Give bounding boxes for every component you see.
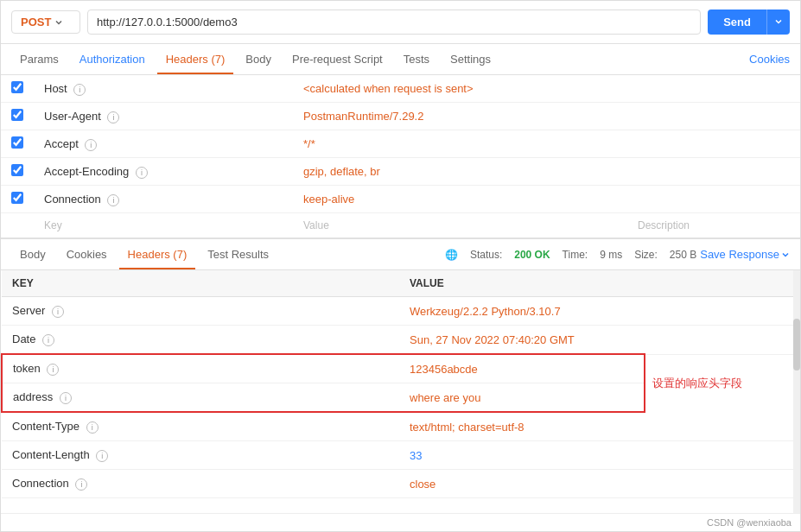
res-row-server: Server i Werkzeug/2.2.2 Python/3.10.7	[2, 297, 800, 326]
info-icon-content-type[interactable]: i	[86, 421, 99, 434]
info-icon-connection[interactable]: i	[107, 194, 119, 206]
response-section: KEY VALUE Server i Werkzeug/2.2.2 Python…	[1, 270, 800, 513]
tab-authorization[interactable]: Authorization	[71, 44, 154, 74]
info-icon-user-agent[interactable]: i	[107, 111, 119, 124]
res-tab-body[interactable]: Body	[11, 239, 54, 269]
send-button[interactable]: Send	[708, 10, 790, 35]
status-value: 200 OK	[514, 249, 550, 261]
tab-tests[interactable]: Tests	[395, 44, 438, 74]
header-checkbox-user-agent[interactable]	[11, 109, 23, 121]
res-row-content-length: Content-Length i 33	[2, 441, 800, 470]
req-header-row: Host i <calculated when request is sent>	[1, 75, 800, 103]
req-header-placeholder-row: Key Value Description	[1, 213, 800, 238]
chevron-down-icon	[54, 18, 63, 27]
request-tabs: Params Authorization Headers (7) Body Pr…	[1, 44, 800, 75]
header-checkbox-connection[interactable]	[11, 192, 23, 204]
info-icon-accept-encoding[interactable]: i	[136, 167, 148, 179]
url-bar: POST Send	[1, 1, 800, 44]
tab-params[interactable]: Params	[11, 44, 67, 74]
status-label: Status:	[470, 249, 502, 261]
tab-body[interactable]: Body	[237, 44, 280, 74]
col-key-header: KEY	[2, 270, 399, 297]
scrollbar-thumb[interactable]	[793, 319, 800, 370]
method-label: POST	[21, 16, 51, 28]
size-label: Size:	[634, 249, 658, 261]
info-icon-content-length[interactable]: i	[96, 450, 108, 462]
info-icon-connection-res[interactable]: i	[75, 478, 87, 491]
res-tab-headers[interactable]: Headers (7)	[119, 239, 196, 269]
col-annotation-header	[645, 270, 800, 297]
tab-headers[interactable]: Headers (7)	[157, 44, 234, 74]
url-input[interactable]	[87, 10, 701, 35]
req-header-row: Connection i keep-alive	[1, 186, 800, 213]
info-icon-address[interactable]: i	[60, 392, 72, 404]
tab-pre-request[interactable]: Pre-request Script	[283, 44, 391, 74]
col-value-header: VALUE	[399, 270, 645, 297]
res-tab-cookies[interactable]: Cookies	[58, 239, 116, 269]
response-status: 🌐 Status: 200 OK Time: 9 ms Size: 250 B	[445, 249, 696, 261]
info-icon-token[interactable]: i	[47, 364, 59, 376]
res-row-token: token i 123456abcde 设置的响应头字段	[2, 354, 800, 383]
save-response-label: Save Response	[700, 248, 779, 261]
info-icon-host[interactable]: i	[73, 84, 86, 96]
size-value: 250 B	[670, 249, 696, 261]
res-row-date: Date i Sun, 27 Nov 2022 07:40:20 GMT	[2, 326, 800, 355]
info-icon-accept[interactable]: i	[85, 139, 97, 151]
info-icon-server[interactable]: i	[52, 306, 64, 318]
tab-settings[interactable]: Settings	[442, 44, 499, 74]
scrollbar-track	[793, 270, 800, 513]
footer-watermark: CSDN @wenxiaoba	[1, 513, 800, 531]
header-checkbox-accept-encoding[interactable]	[11, 164, 23, 176]
request-headers-table: Host i <calculated when request is sent>…	[1, 75, 800, 238]
response-tabs-bar: Body Cookies Headers (7) Test Results 🌐 …	[1, 239, 800, 270]
chevron-down-icon-response	[781, 250, 790, 259]
res-table-header-row: KEY VALUE	[2, 270, 800, 297]
save-response-button[interactable]: Save Response	[700, 239, 790, 269]
globe-icon: 🌐	[445, 249, 458, 261]
send-label: Send	[708, 10, 766, 35]
method-select[interactable]: POST	[11, 10, 80, 34]
time-label: Time:	[563, 249, 588, 261]
res-row-connection: Connection i close	[2, 470, 800, 498]
req-header-row: Accept i */*	[1, 130, 800, 158]
info-icon-date[interactable]: i	[42, 334, 54, 346]
response-headers-table: KEY VALUE Server i Werkzeug/2.2.2 Python…	[1, 270, 800, 498]
time-value: 9 ms	[600, 249, 622, 261]
req-header-row: Accept-Encoding i gzip, deflate, br	[1, 158, 800, 186]
header-checkbox-host[interactable]	[11, 81, 23, 93]
cookies-link[interactable]: Cookies	[749, 44, 790, 74]
req-header-row: User-Agent i PostmanRuntime/7.29.2	[1, 103, 800, 130]
header-checkbox-accept[interactable]	[11, 136, 23, 149]
footer-text: CSDN @wenxiaoba	[707, 517, 791, 528]
res-row-content-type: Content-Type i text/html; charset=utf-8	[2, 412, 800, 441]
res-tab-test-results[interactable]: Test Results	[199, 239, 277, 269]
send-arrow-icon[interactable]	[766, 10, 790, 35]
